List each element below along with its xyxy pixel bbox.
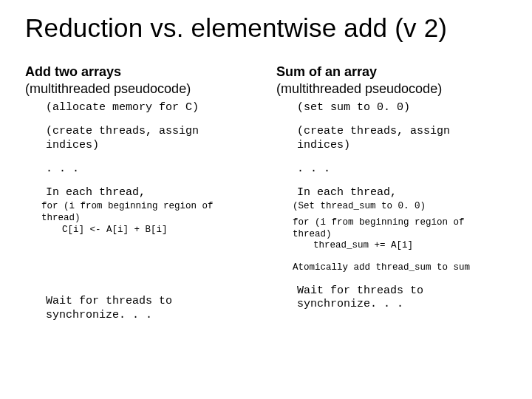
left-wait: Wait for threads to synchronize. . . bbox=[46, 295, 256, 322]
text-line: synchronize. . . bbox=[46, 309, 256, 322]
left-heading-rest: (multithreaded pseudocode) bbox=[25, 81, 191, 96]
text-line: Wait for threads to bbox=[297, 284, 507, 298]
text-line: indices) bbox=[46, 139, 256, 152]
right-thread-body: (Set thread_sum to 0. 0) for (i from beg… bbox=[293, 201, 507, 273]
text-line: (Set thread_sum to 0. 0) bbox=[293, 201, 507, 213]
right-column: Sum of an array (multithreaded pseudocod… bbox=[276, 64, 507, 322]
right-set-sum: (set sum to 0. 0) bbox=[297, 101, 507, 115]
right-wait: Wait for threads to synchronize. . . bbox=[297, 284, 507, 312]
right-ellipsis: . . . bbox=[297, 163, 507, 176]
left-ellipsis: . . . bbox=[46, 163, 256, 176]
right-heading-bold: Sum of an array bbox=[276, 64, 377, 79]
text-line: thread) bbox=[293, 229, 507, 241]
text-line: thread_sum += A[i] bbox=[313, 240, 507, 252]
slide: Reduction vs. elementwise add (v 2) Add … bbox=[0, 0, 532, 399]
left-alloc: (allocate memory for C) bbox=[46, 101, 256, 115]
left-heading-bold: Add two arrays bbox=[25, 64, 121, 79]
right-atomic: Atomically add thread_sum to sum bbox=[293, 262, 507, 274]
text-line: indices) bbox=[297, 139, 507, 152]
text-line: synchronize. . . bbox=[297, 298, 507, 311]
text-line: thread) bbox=[41, 213, 256, 225]
right-heading-rest: (multithreaded pseudocode) bbox=[276, 81, 442, 96]
text-line: C[i] <- A[i] + B[i] bbox=[62, 225, 256, 236]
right-create-threads: (create threads, assign indices) bbox=[297, 125, 507, 152]
columns: Add two arrays (multithreaded pseudocode… bbox=[25, 64, 507, 322]
text-line: (create threads, assign bbox=[297, 125, 507, 138]
right-heading: Sum of an array (multithreaded pseudocod… bbox=[276, 64, 507, 97]
text-line: for (i from beginning region of bbox=[293, 217, 507, 229]
left-in-each-thread: In each thread, bbox=[46, 186, 256, 200]
left-thread-body: for (i from beginning region of thread) … bbox=[41, 201, 256, 236]
right-in-each-thread: In each thread, bbox=[297, 186, 507, 200]
slide-title: Reduction vs. elementwise add (v 2) bbox=[25, 13, 507, 43]
text-line: Wait for threads to bbox=[46, 295, 256, 308]
left-create-threads: (create threads, assign indices) bbox=[46, 125, 256, 152]
left-heading: Add two arrays (multithreaded pseudocode… bbox=[25, 64, 256, 97]
left-column: Add two arrays (multithreaded pseudocode… bbox=[25, 64, 256, 322]
text-line: for (i from beginning region of bbox=[41, 201, 256, 213]
text-line: (create threads, assign bbox=[46, 125, 256, 138]
